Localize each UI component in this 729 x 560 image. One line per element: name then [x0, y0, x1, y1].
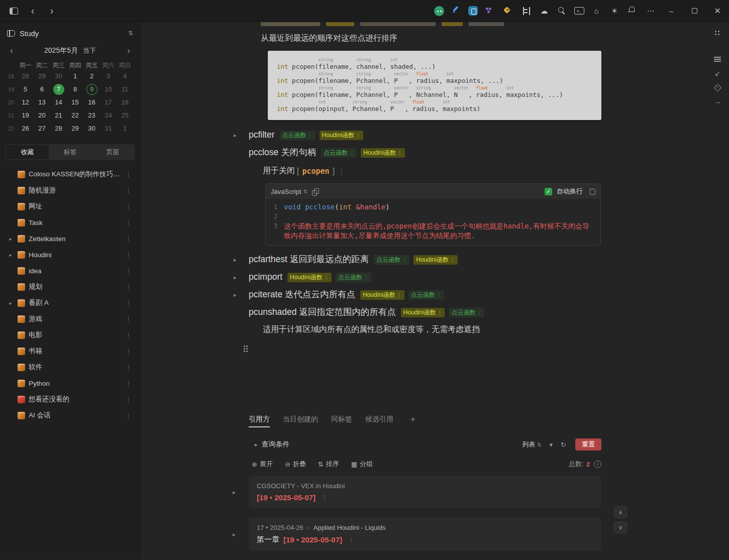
notebook-switcher[interactable]: Study ⇅ — [0, 23, 140, 43]
paragraph-pcclose-desc[interactable]: 用于关闭 [ pcopen ] ⋮ — [263, 166, 601, 176]
paragraph-pcunshaded-desc[interactable]: 适用于计算区域内所有点的属性总和或密度等，无需考虑遮挡 — [263, 324, 601, 335]
calendar-day[interactable]: 5 — [17, 84, 34, 95]
sidebar-item[interactable]: 随机漫游⋮ — [3, 182, 137, 198]
calendar-day[interactable]: 26 — [17, 123, 34, 134]
sidebar-item[interactable]: Python⋮ — [3, 375, 137, 391]
sidebar-item[interactable]: Coloso KASSEN的制作技巧…⋮ — [3, 166, 137, 182]
expand-chevron-icon[interactable]: ▸ — [7, 236, 14, 242]
calendar-day[interactable]: 24 — [100, 110, 117, 121]
item-menu-icon[interactable]: ⋮ — [124, 251, 133, 259]
calendar-day[interactable]: 14 — [50, 97, 67, 108]
query-label[interactable]: 查询条件 — [262, 440, 290, 449]
backlink-tab-同标签[interactable]: 同标签 — [331, 415, 352, 427]
block-ref-date[interactable]: [19 • 2025-05-07] — [283, 535, 342, 544]
tag-chip[interactable]: Houdini函数⋮ — [287, 273, 332, 282]
expand-chevron-icon[interactable]: ▸ — [7, 252, 14, 258]
tag-chip[interactable]: Houdini函数⋮ — [413, 255, 458, 265]
collapse-arrow-icon[interactable]: ▸ — [234, 257, 237, 263]
block-menu-icon[interactable]: ⋮ — [339, 168, 345, 175]
calendar-day[interactable]: 12 — [17, 97, 34, 108]
calendar-day[interactable]: 1 — [117, 123, 133, 134]
toolbar-button-分组[interactable]: ▦分组 — [351, 460, 373, 469]
sidebar-item[interactable]: ▸番剧 A⋮ — [3, 295, 137, 311]
item-menu-icon[interactable]: ⋮ — [124, 315, 133, 323]
calendar-today-button[interactable]: 当下 — [83, 47, 96, 54]
toolbar-button-折叠[interactable]: ⊖折叠 — [285, 460, 306, 469]
sidebar-item[interactable]: idea⋮ — [3, 263, 137, 279]
terminal-icon[interactable] — [574, 7, 584, 15]
scroll-up-button[interactable]: ∧ — [614, 506, 627, 518]
calendar-day[interactable]: 29 — [67, 123, 83, 134]
collapse-arrow-icon[interactable]: ▸ — [234, 274, 237, 281]
notification-icon[interactable] — [627, 5, 639, 17]
backlink-tab-引用方[interactable]: 引用方 — [249, 415, 270, 427]
calendar-prev-button[interactable]: ‹ — [5, 45, 18, 56]
calendar-day[interactable]: 13 — [34, 97, 50, 108]
heading-pcfilter[interactable]: ▸pcfilter点云函数⋮Houdini函数⋮ — [249, 128, 601, 141]
wechat-icon[interactable] — [434, 6, 444, 16]
sidebar-item[interactable]: Task⋮ — [3, 214, 137, 231]
card-doc-title[interactable]: CGSOCIETY - VEX in Houdini — [257, 482, 593, 490]
heading-pciterate[interactable]: ▸pciterate 迭代点云内所有点Houdini函数⋮点云函数⋮ — [249, 288, 601, 301]
reset-button[interactable]: 重置 — [575, 438, 601, 451]
add-tab-button[interactable]: + — [410, 414, 415, 427]
theme-icon[interactable]: ☀ — [608, 5, 620, 17]
tag-chip[interactable]: Houdini函数⋮ — [361, 148, 405, 158]
calendar-day[interactable]: 21 — [50, 110, 67, 121]
calendar-day[interactable]: 2 — [83, 71, 100, 82]
home-icon[interactable]: ⌂ — [590, 5, 602, 17]
block-menu-icon[interactable]: ⋮ — [322, 494, 328, 501]
code-editor[interactable]: 1void pcclose(int &handle)23这个函数主要是用来关闭点… — [266, 199, 600, 245]
sidebar-item[interactable]: ▸Houdini⋮ — [3, 247, 137, 263]
query-collapse-icon[interactable]: ▸ — [255, 441, 258, 448]
heading-pcimport[interactable]: ▸pcimportHoudini函数⋮点云函数⋮ — [249, 270, 601, 283]
tag-chip[interactable]: Houdini函数⋮ — [401, 308, 445, 317]
tag-chip[interactable]: 点云函数⋮ — [408, 290, 444, 300]
refresh-icon[interactable]: ↻ — [561, 441, 566, 449]
item-menu-icon[interactable]: ⋮ — [124, 187, 133, 194]
heading-pcunshaded[interactable]: pcunshaded 返回指定范围内的所有点Houdini函数⋮点云函数⋮ — [249, 305, 601, 318]
backlink-card[interactable]: ▸ 17 • 2025-04-26 › Applied Houdini - Li… — [249, 517, 601, 551]
item-menu-icon[interactable]: ⋮ — [124, 283, 133, 291]
breadcrumb[interactable]: Applied Houdini - Liquids — [314, 524, 386, 531]
search-icon[interactable] — [556, 5, 568, 17]
calendar-day[interactable]: 30 — [50, 71, 67, 82]
calendar-next-button[interactable]: › — [122, 45, 135, 56]
card-block-title[interactable]: 第一章 — [257, 535, 279, 544]
sidebar-item[interactable]: 书籍⋮ — [3, 343, 137, 359]
sidebar-tab-收藏[interactable]: 收藏 — [6, 145, 49, 159]
card-collapse-icon[interactable]: ▸ — [233, 489, 236, 495]
sidebar-item[interactable]: 网址⋮ — [3, 198, 137, 214]
copy-icon[interactable] — [312, 188, 319, 195]
item-menu-icon[interactable]: ⋮ — [124, 267, 133, 275]
calendar-day[interactable]: 11 — [117, 84, 133, 95]
tag-chip[interactable]: 点云函数⋮ — [449, 308, 484, 317]
language-select[interactable]: JavaScript ⇅ — [271, 188, 307, 195]
sidebar-tab-页面[interactable]: 页面 — [91, 145, 134, 159]
backlink-tab-候选引用[interactable]: 候选引用 — [365, 415, 393, 427]
breadcrumb[interactable]: 17 • 2025-04-26 — [257, 524, 303, 531]
calendar-day[interactable]: 7 — [50, 84, 67, 95]
calendar-day[interactable]: 30 — [83, 123, 100, 134]
sidebar-item[interactable]: 规划⋮ — [3, 279, 137, 295]
cloud-sync-icon[interactable]: ☁ — [538, 5, 550, 17]
calendar-day[interactable]: 23 — [83, 110, 100, 121]
calendar-day[interactable]: 29 — [34, 71, 50, 82]
heading-pcfarthest[interactable]: ▸pcfarthest 返回到最远点的距离点云函数⋮Houdini函数⋮ — [249, 253, 601, 266]
notebook-title[interactable]: Study — [20, 29, 124, 38]
calendar-day[interactable]: 4 — [117, 71, 133, 82]
item-menu-icon[interactable]: ⋮ — [124, 299, 133, 307]
item-menu-icon[interactable]: ⋮ — [124, 396, 133, 403]
info-icon[interactable]: i — [594, 461, 601, 468]
calendar-day[interactable]: 20 — [34, 110, 50, 121]
block-ref-date[interactable]: [19 • 2025-05-07] — [257, 493, 316, 502]
item-menu-icon[interactable]: ⋮ — [124, 171, 133, 178]
block-menu-icon[interactable]: ⋮ — [348, 536, 354, 543]
sidebar-item[interactable]: 电影⋮ — [3, 327, 137, 343]
calendar-day[interactable]: 17 — [100, 97, 117, 108]
calendar-day[interactable]: 28 — [17, 71, 34, 82]
wordwrap-checkbox[interactable]: ✓ — [545, 188, 552, 195]
sidebar-tab-标签[interactable]: 标签 — [49, 145, 91, 159]
sidebar-item[interactable]: 想看还没看的⋮ — [3, 391, 137, 407]
calendar-day[interactable]: 19 — [17, 110, 34, 121]
